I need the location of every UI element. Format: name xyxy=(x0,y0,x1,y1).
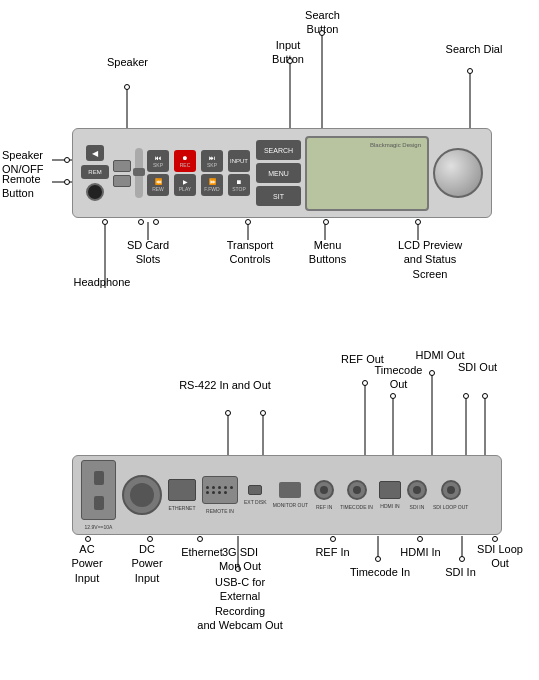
btn-small-1: ◀ xyxy=(86,145,104,161)
sdi-loop-out-bnc xyxy=(441,480,461,500)
sdi-out-dot-1 xyxy=(463,393,469,399)
slider-track xyxy=(135,148,143,198)
menu-buttons-label: MenuButtons xyxy=(300,238,355,267)
prong-1 xyxy=(94,471,104,485)
3gsdi-label: 3G SDIMon Out xyxy=(210,545,270,574)
remote-button-label: RemoteButton xyxy=(2,172,62,201)
speaker-label: Speaker xyxy=(95,55,160,69)
top-device-inner: ◀ REM ⏮SKP ⏺REC ⏭SKP xyxy=(81,135,483,211)
transport-dot xyxy=(245,219,251,225)
remote-in-label: REMOTE IN xyxy=(206,508,234,514)
bnc-inner-3 xyxy=(413,486,421,494)
btn-sit: SIT xyxy=(256,186,301,206)
hdmi-out-dot xyxy=(429,370,435,376)
ref-in-bnc xyxy=(314,480,334,500)
ref-in-label: REF IN xyxy=(316,504,332,510)
btn-rew: ⏪REW xyxy=(147,174,169,196)
bnc-inner-1 xyxy=(320,486,328,494)
sd-dot-2 xyxy=(153,219,159,225)
sdi-in-label: SDI IN xyxy=(410,504,425,510)
db9-remote-in xyxy=(202,476,238,504)
ac-power-connector xyxy=(81,460,116,520)
rs422-label: RS-422 In and Out xyxy=(175,378,275,392)
monitor-out-port xyxy=(279,482,301,498)
search-dial-knob xyxy=(433,148,483,198)
usbc-label: EXT DISK xyxy=(244,499,267,505)
ac-power-section: 12.9V==10A xyxy=(81,460,116,530)
remote-in-section: REMOTE IN xyxy=(202,476,238,514)
bnc-inner-4 xyxy=(447,486,455,494)
sdi-loop-out-label: SDI LOOP OUT xyxy=(433,504,468,510)
left-controls: ◀ REM xyxy=(81,145,109,201)
dc-power-section xyxy=(122,475,162,515)
transport-controls: ⏮SKP ⏺REC ⏭SKP INPUT ⏪REW ▶PLAY ⏩F.FWD ⏹… xyxy=(147,150,252,196)
xlr-inner xyxy=(130,483,154,507)
prong-2 xyxy=(94,496,104,510)
monitor-out-section: MONITOR OUT xyxy=(273,482,308,508)
timecode-out-label: TimecodeOut xyxy=(366,363,431,392)
lcd-dot xyxy=(415,219,421,225)
ethernet-section: ETHERNET xyxy=(168,479,196,511)
rs422-dot-2 xyxy=(260,410,266,416)
usbc-section: EXT DISK xyxy=(244,485,267,505)
diagram: Speaker SpeakerON/OFF RemoteButton Searc… xyxy=(0,0,539,680)
slider-thumb xyxy=(133,168,145,176)
sdi-in-bnc xyxy=(407,480,427,500)
sd-slot-1 xyxy=(113,160,131,172)
timecode-in-label: TIMECODE IN xyxy=(340,504,373,510)
sd-card-slots xyxy=(113,160,131,187)
volume-slider xyxy=(135,138,143,208)
hdmi-in-port xyxy=(379,481,401,499)
btn-stop: ⏹STOP xyxy=(228,174,250,196)
search-dial-label: Search Dial xyxy=(438,42,510,56)
menu-buttons: SEARCH MENU SIT xyxy=(256,140,301,206)
db9-pins xyxy=(206,486,234,494)
btn-menu: MENU xyxy=(256,163,301,183)
ac-port-label: 12.9V==10A xyxy=(85,524,113,530)
rs422-dot-1 xyxy=(225,410,231,416)
timecode-in-section: TIMECODE IN xyxy=(340,480,373,510)
sdi-out-dot-2 xyxy=(482,393,488,399)
speaker-dot xyxy=(124,84,130,90)
ac-power-input-label: ACPowerInput xyxy=(62,542,112,585)
ethernet-port-label: ETHERNET xyxy=(169,505,196,511)
btn-rem: REM xyxy=(81,165,109,179)
sd-dot-1 xyxy=(138,219,144,225)
top-device: ◀ REM ⏮SKP ⏺REC ⏭SKP xyxy=(72,128,492,218)
ref-in-dot xyxy=(330,536,336,542)
sd-card-slots-label: SD CardSlots xyxy=(118,238,178,267)
lcd-preview-label: LCD Previewand Status Screen xyxy=(385,238,475,281)
transport-controls-label: TransportControls xyxy=(210,238,290,267)
ref-in-lbl: REF In xyxy=(305,545,360,559)
sdi-loop-out-lbl: SDI LoopOut xyxy=(470,542,530,571)
headphone-dot xyxy=(102,219,108,225)
timecode-in-lbl: Timecode In xyxy=(346,565,414,579)
input-button-dot xyxy=(287,58,293,64)
btn-input: INPUT xyxy=(228,150,250,172)
xlr-connector xyxy=(122,475,162,515)
sd-slot-2 xyxy=(113,175,131,187)
timecode-out-dot xyxy=(390,393,396,399)
hdmi-in-section: HDMI IN xyxy=(379,481,401,509)
btn-play: ▶PLAY xyxy=(174,174,196,196)
btn-skip-fwd: ⏭SKP xyxy=(201,150,223,172)
ethernet-port xyxy=(168,479,196,501)
btn-ffwd: ⏩F.FWD xyxy=(201,174,223,196)
menu-dot xyxy=(323,219,329,225)
lcd-screen: Blackmagic Design xyxy=(305,136,429,211)
sdi-in-section: SDI IN xyxy=(407,480,427,510)
hdmi-in-dot xyxy=(417,536,423,542)
btn-skip-back: ⏮SKP xyxy=(147,150,169,172)
ref-in-section: REF IN xyxy=(314,480,334,510)
hdmi-in-label: HDMI IN xyxy=(380,503,399,509)
headphone-label: Headphone xyxy=(72,275,132,289)
btn-circle-1 xyxy=(86,183,104,201)
btn-search: SEARCH xyxy=(256,140,301,160)
sdi-in-dot xyxy=(459,556,465,562)
bnc-inner-2 xyxy=(353,486,361,494)
usbc-external-label: USB-C forExternal Recordingand Webcam Ou… xyxy=(195,575,285,632)
search-dial-dot xyxy=(467,68,473,74)
transport-row-2: ⏪REW ▶PLAY ⏩F.FWD ⏹STOP xyxy=(147,174,252,196)
remote-button-dot xyxy=(64,179,70,185)
btn-rec: ⏺REC xyxy=(174,150,196,172)
